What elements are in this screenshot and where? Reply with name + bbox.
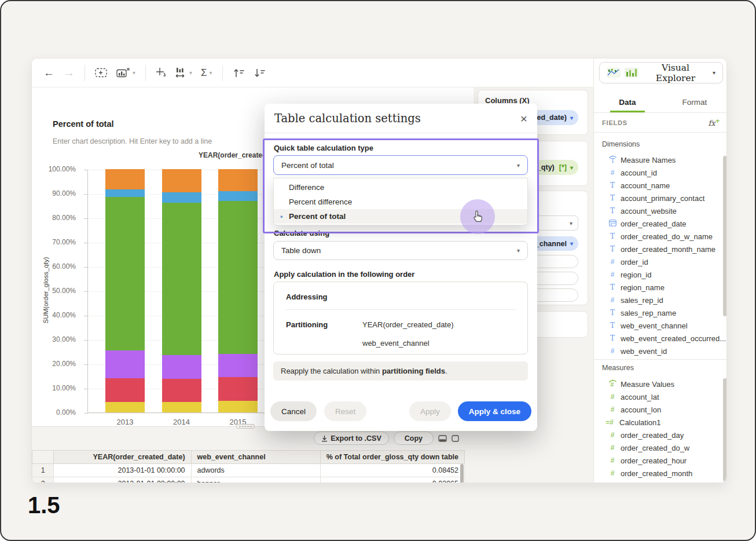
dimensions-scrollbar-thumb[interactable] [723, 156, 727, 316]
field-item[interactable]: Tregion_name [594, 281, 720, 294]
segment-purple[interactable] [218, 354, 258, 377]
segment-green[interactable] [218, 201, 258, 354]
field-item[interactable]: #order_created_month [594, 467, 720, 480]
field-item[interactable]: Tweb_event_created_occurred... [594, 332, 720, 345]
apply-close-button[interactable]: Apply & close [458, 401, 531, 421]
field-item[interactable]: order_created_date [594, 217, 720, 230]
column-header[interactable]: % of Total order_gloss_qty down table [320, 451, 464, 464]
table-cell[interactable]: 0.08452 [320, 464, 464, 477]
collapse-table-button[interactable] [438, 435, 447, 442]
segment-purple[interactable] [105, 350, 145, 378]
field-item[interactable]: #order_created_hour [594, 454, 720, 467]
chart-description-placeholder[interactable]: Enter chart description. Hit Enter key t… [53, 137, 212, 145]
field-item[interactable]: #Measure Values [594, 378, 720, 390]
chart-title[interactable]: Percent of total [53, 119, 114, 129]
dropdown-option[interactable]: Difference [274, 180, 527, 195]
segment-purple[interactable] [162, 355, 201, 379]
swap-axes-button[interactable] [156, 67, 167, 79]
text-field-icon: T [607, 207, 618, 215]
field-item[interactable]: Torder_created_do_w_name [594, 230, 720, 243]
segment-yellow[interactable] [105, 402, 145, 412]
back-button[interactable]: ← [43, 67, 54, 78]
table-cell[interactable]: adwords [191, 464, 320, 477]
field-item[interactable]: #order_id [594, 255, 720, 268]
text-field-icon: T [607, 309, 618, 317]
field-item[interactable]: #account_lon [594, 403, 720, 416]
field-item[interactable]: Taccount_website [594, 204, 720, 217]
field-item[interactable]: #account_id [594, 166, 720, 179]
y-tick-mark [84, 243, 88, 243]
row-number-cell[interactable]: 1 [32, 464, 54, 477]
segment-orange[interactable] [218, 169, 258, 191]
modal-title: Table calculation settings [274, 112, 520, 125]
quick-calc-select[interactable]: Percent of total ▾ [273, 155, 528, 175]
field-item[interactable]: Tsales_rep_name [594, 306, 720, 319]
bar-width-icon [175, 67, 187, 79]
field-item[interactable]: #order_created_quarter [594, 480, 720, 483]
chart-size-button[interactable]: ▾ [175, 67, 192, 79]
row-number-cell[interactable]: 2 [32, 477, 54, 484]
forward-button[interactable]: → [64, 67, 75, 78]
close-icon[interactable]: × [520, 112, 527, 125]
aggregate-button[interactable]: Σ ▾ [201, 68, 212, 78]
reset-button[interactable]: Reset [324, 401, 366, 421]
field-item[interactable]: #sales_rep_id [594, 294, 720, 306]
field-item[interactable]: #web_event_id [594, 345, 720, 357]
segment-red[interactable] [105, 378, 145, 403]
number-field-icon: # [607, 258, 618, 266]
y-tick-label: 40.00% [35, 311, 76, 319]
duplicate-chart-button[interactable] [95, 67, 108, 78]
stacked-bar[interactable] [218, 169, 258, 412]
table-cell[interactable]: 2013-01-01 00:00:00 [54, 477, 191, 484]
segment-yellow[interactable] [218, 401, 258, 412]
tab-format[interactable]: Format [661, 92, 727, 112]
field-item[interactable]: #account_lat [594, 390, 720, 403]
add-calculated-field-button[interactable]: fx+ [708, 118, 720, 127]
segment-green[interactable] [162, 203, 201, 355]
field-item[interactable]: Tweb_event_channel [594, 319, 720, 332]
table-scrollbar-thumb[interactable] [460, 464, 464, 483]
field-item[interactable]: #region_id [594, 268, 720, 281]
field-item[interactable]: Torder_created_month_name [594, 243, 720, 255]
field-item[interactable]: #order_created_do_w [594, 441, 720, 454]
segment-orange[interactable] [162, 169, 201, 192]
visualization-type-switcher[interactable]: Visual Explorer ▾ [599, 62, 723, 83]
calculate-using-select[interactable]: Table down ▾ [273, 241, 528, 260]
sort-ascending-icon [233, 68, 245, 78]
segment-yellow[interactable] [162, 402, 201, 413]
segment-red[interactable] [218, 377, 258, 401]
stacked-bar[interactable] [162, 169, 201, 412]
table-cell[interactable]: 0.03065 [320, 477, 464, 484]
segment-blue[interactable] [105, 189, 145, 197]
column-header[interactable]: web_event_channel [191, 451, 320, 464]
field-item[interactable]: Taccount_primary_contact [594, 192, 720, 204]
segment-red[interactable] [162, 379, 201, 401]
copy-button[interactable]: Copy [394, 432, 434, 445]
sort-descending-button[interactable] [254, 68, 266, 78]
column-header[interactable]: YEAR(order_created_date) [54, 451, 191, 464]
stacked-bar[interactable] [105, 169, 145, 412]
table-cell[interactable]: banner [191, 477, 320, 484]
remove-chart-button[interactable]: ▾ [116, 67, 135, 78]
apply-button[interactable]: Apply [409, 401, 451, 421]
field-label: web_event_id [621, 347, 667, 356]
field-item[interactable]: #order_created_day [594, 429, 720, 441]
y-tick-label: 0.00% [35, 408, 76, 416]
segment-orange[interactable] [105, 169, 145, 189]
segment-blue[interactable] [218, 191, 258, 201]
sort-ascending-button[interactable] [233, 68, 245, 78]
segment-green[interactable] [105, 197, 145, 350]
expand-table-button[interactable] [452, 435, 459, 442]
table-cell[interactable]: 2013-01-01 00:00:00 [54, 464, 191, 477]
table-row: 2 2013-01-01 00:00:00 banner 0.03065 [32, 477, 465, 484]
measures-scrollbar-thumb[interactable] [723, 378, 727, 481]
tab-data[interactable]: Data [594, 92, 661, 112]
field-item[interactable]: TMeasure Names [594, 153, 720, 166]
field-item[interactable]: Taccount_name [594, 179, 720, 192]
modal-footer: Cancel Reset Apply Apply & close [270, 401, 531, 421]
segment-blue[interactable] [162, 192, 201, 203]
cancel-button[interactable]: Cancel [270, 401, 317, 421]
row-number-header[interactable] [32, 451, 54, 464]
export-csv-button[interactable]: Export to .CSV [314, 432, 389, 445]
field-item[interactable]: =#Calculation1 [594, 416, 720, 429]
